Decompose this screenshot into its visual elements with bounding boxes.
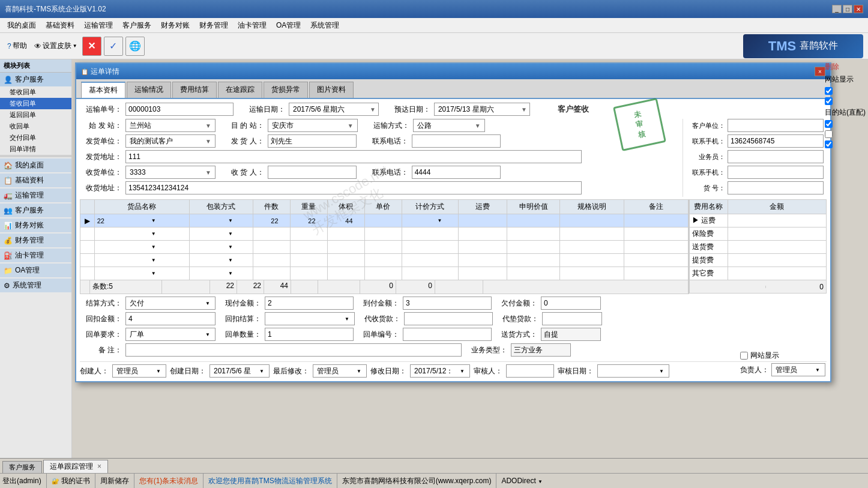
menu-oa[interactable]: OA管理 (271, 19, 306, 32)
row-freight-input[interactable] (461, 217, 492, 224)
creator-input[interactable] (114, 365, 156, 377)
goods-dropdown[interactable]: ▼ (151, 218, 156, 223)
fee-delivery-input[interactable] (731, 244, 824, 251)
sidebar-item-waybill-detail[interactable]: 回单详情 (0, 143, 71, 155)
destination-input[interactable] (270, 119, 348, 131)
sidebar-customer-service[interactable]: 👤客户服务 (0, 73, 71, 86)
audit-date-input[interactable] (599, 365, 659, 377)
fee-freight-input[interactable] (731, 217, 824, 224)
tab-fees[interactable]: 费用结算 (172, 82, 217, 98)
checkbox2[interactable] (825, 97, 833, 105)
sender-unit-input[interactable] (127, 135, 205, 147)
sender-address-input[interactable] (125, 150, 582, 163)
table-row[interactable]: ▼ ▼ (80, 241, 689, 254)
sidebar-system-mgmt[interactable]: ⚙系统管理 (0, 279, 71, 292)
volume-input[interactable] (330, 217, 353, 224)
discount-calc-input[interactable] (267, 313, 345, 325)
arrival-input[interactable] (403, 297, 492, 310)
confirm-icon-btn[interactable]: ✓ (104, 37, 123, 56)
remarks-input[interactable] (125, 343, 462, 357)
menu-customer[interactable]: 客户服务 (118, 19, 156, 32)
table-row[interactable]: ▼ ▼ (80, 267, 689, 280)
create-date-input[interactable] (211, 365, 259, 377)
receiver-unit-input[interactable] (127, 166, 205, 178)
transport-date-dropdown[interactable]: ▼ (369, 106, 377, 113)
spec-input[interactable] (562, 217, 606, 224)
pack-dropdown[interactable]: ▼ (228, 218, 233, 223)
destination-dropdown[interactable]: ▼ (348, 122, 354, 129)
fee-row[interactable]: 保险费 (690, 227, 827, 241)
salesman-mobile-input[interactable] (728, 166, 824, 179)
fee-row[interactable]: 提货费 (690, 254, 827, 267)
checkbox1[interactable] (825, 87, 833, 95)
modifier-input[interactable] (315, 365, 357, 377)
sidebar-transport-mgmt[interactable]: 🚛运输管理 (0, 188, 71, 202)
menu-desktop[interactable]: 我的桌面 (2, 19, 41, 32)
db-dropdown[interactable]: ▼ (538, 479, 543, 484)
customer-unit-input[interactable] (728, 119, 824, 132)
expected-date-input[interactable] (436, 103, 520, 115)
transport-no-input[interactable] (125, 103, 234, 116)
discount-calc-dropdown[interactable]: ▼ (345, 316, 349, 322)
sender-input[interactable] (268, 134, 357, 148)
return-qty-input[interactable] (265, 328, 354, 341)
sidebar-item-return-receipt[interactable]: 签收回单 (0, 98, 71, 109)
checkbox4[interactable] (825, 130, 833, 138)
fee-row[interactable]: 其它费 (690, 267, 827, 280)
sidebar-item-collect-receipt[interactable]: 返回回单 (0, 109, 71, 121)
salesman-input[interactable] (728, 150, 824, 163)
sidebar-my-desktop[interactable]: 🏠我的桌面 (0, 158, 71, 172)
owed-input[interactable] (541, 297, 601, 310)
sidebar-item-receipt-detail[interactable]: 交付回单 (0, 132, 71, 143)
tab-damage[interactable]: 货损异常 (264, 82, 308, 98)
sidebar-item-sign-receipt[interactable]: 签收回单 (0, 86, 71, 98)
delete-button[interactable]: 删除 (825, 62, 839, 72)
method-input[interactable] (127, 297, 205, 309)
save-text[interactable]: 周新储存 (100, 476, 129, 486)
sender-phone-input[interactable] (412, 134, 501, 148)
menu-basic[interactable]: 基础资料 (41, 19, 79, 32)
fee-row[interactable]: 送货费 (690, 241, 827, 254)
modify-date-input[interactable] (412, 365, 460, 377)
calc-input[interactable] (405, 217, 438, 224)
menu-oil[interactable]: 油卡管理 (233, 19, 271, 32)
return-no-input[interactable] (403, 328, 492, 341)
checkbox5[interactable] (825, 140, 833, 148)
sidebar-finance-mgmt[interactable]: 💰财务管理 (0, 233, 71, 247)
freight-no-input[interactable] (728, 181, 824, 194)
pieces-input[interactable] (256, 217, 279, 224)
tab-photos[interactable]: 图片资料 (309, 82, 354, 98)
fee-row[interactable]: ▶ 运费 (690, 214, 827, 227)
method-dropdown[interactable]: ▼ (205, 301, 210, 306)
receiver-address-input[interactable] (125, 181, 582, 194)
sidebar-customer-svc[interactable]: 👥客户服务 (0, 203, 71, 217)
help-button[interactable]: ? 帮助 (5, 40, 29, 52)
fee-other-input[interactable] (731, 270, 824, 277)
fee-insurance-input[interactable] (731, 230, 824, 238)
pack-input[interactable] (192, 217, 228, 224)
sidebar-oa-mgmt[interactable]: 📁OA管理 (0, 264, 71, 277)
bottom-tab-customer[interactable]: 客户服务 (2, 461, 42, 473)
advance-input[interactable] (404, 312, 493, 325)
close-icon-btn[interactable]: ✕ (82, 37, 101, 56)
menu-finance-check[interactable]: 财务对账 (156, 19, 194, 32)
return-req-input[interactable] (127, 328, 205, 340)
sidebar-oil-mgmt[interactable]: ⛽油卡管理 (0, 249, 71, 262)
sidebar-item-deliver-receipt[interactable]: 收回单 (0, 121, 71, 132)
receiver-phone-input[interactable] (412, 166, 501, 179)
auditor-input[interactable] (506, 364, 554, 378)
tab-close-icon[interactable]: × (97, 462, 101, 471)
discount-input[interactable] (125, 312, 215, 325)
calc-dropdown[interactable]: ▼ (438, 218, 442, 223)
declared-input[interactable] (510, 217, 544, 224)
transport-mode-dropdown[interactable]: ▼ (475, 122, 481, 129)
signer-input[interactable] (773, 364, 815, 376)
close-button[interactable]: ✕ (854, 5, 863, 13)
cash-input[interactable] (265, 297, 354, 310)
skin-button[interactable]: 👁 设置皮肤 ▼ (32, 40, 80, 52)
table-row[interactable]: ▼ ▼ (80, 227, 689, 241)
logout-button[interactable]: 登出(admin) (2, 476, 41, 486)
menu-transport[interactable]: 运输管理 (79, 19, 118, 32)
tab-transport[interactable]: 运输情况 (127, 82, 171, 98)
remark-input[interactable] (627, 217, 670, 224)
